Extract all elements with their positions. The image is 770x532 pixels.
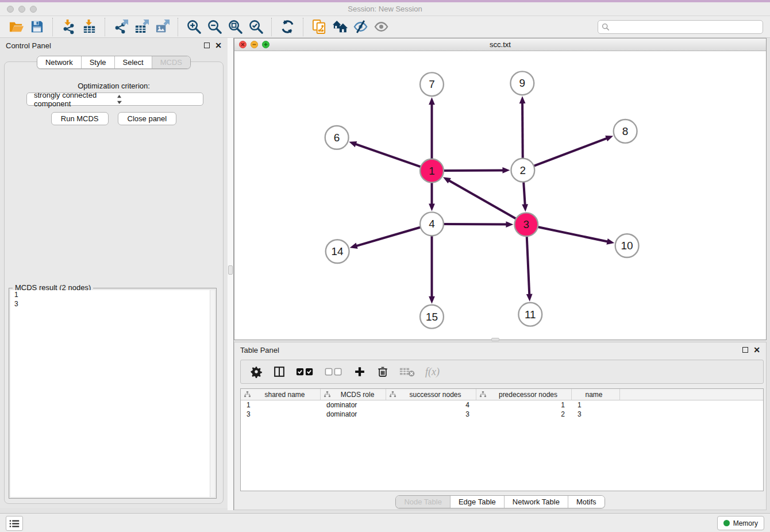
export-table-button[interactable]	[131, 17, 152, 37]
graph-edge-4-15[interactable]	[429, 236, 435, 304]
graph-edge-3-11[interactable]	[526, 236, 533, 302]
graph-node-6[interactable]: 6	[325, 126, 349, 149]
float-panel-icon[interactable]	[204, 43, 210, 48]
graph-edge-2-8[interactable]	[534, 136, 613, 166]
table-cell[interactable]: 4	[386, 401, 476, 409]
clone-network-button[interactable]	[309, 17, 329, 37]
criterion-select[interactable]: strongly connected component	[26, 92, 203, 106]
tab-select[interactable]: Select	[115, 56, 152, 68]
delete-table-button[interactable]	[399, 366, 415, 377]
add-row-button[interactable]	[353, 365, 366, 378]
graph-edge-1-4[interactable]	[429, 183, 435, 211]
table-cell[interactable]: 3	[572, 410, 620, 418]
tab-mcds[interactable]: MCDS	[152, 56, 190, 68]
function-builder-button[interactable]: f(x)	[425, 366, 440, 378]
zoom-fit-button[interactable]	[225, 17, 245, 37]
task-history-button[interactable]	[6, 516, 23, 531]
table-cell[interactable]: 1	[241, 401, 321, 409]
table-cell[interactable]: 3	[241, 410, 321, 418]
graph-node-label: 14	[332, 245, 344, 257]
close-panel-button[interactable]: Close panel	[118, 112, 177, 125]
graph-node-7[interactable]: 7	[420, 72, 444, 96]
tab-network[interactable]: Network	[37, 56, 82, 68]
delete-row-button[interactable]	[376, 365, 389, 378]
tab-motifs[interactable]: Motifs	[568, 496, 605, 508]
graph-node-9[interactable]: 9	[510, 71, 534, 95]
zoom-fit-icon	[228, 19, 243, 34]
import-network-button[interactable]	[58, 17, 79, 37]
hide-graphics-button[interactable]	[350, 17, 371, 37]
home-layout-button[interactable]	[329, 17, 350, 37]
graph-node-label: 9	[519, 77, 526, 89]
memory-button[interactable]: Memory	[717, 516, 764, 530]
result-scrollbar[interactable]	[210, 290, 215, 497]
table-settings-button[interactable]	[250, 365, 263, 378]
network-frame-titlebar[interactable]: scc.txt	[234, 38, 766, 51]
vertical-splitter-grip[interactable]	[228, 265, 233, 275]
refresh-button[interactable]	[277, 17, 298, 37]
network-graph-svg[interactable]: 1234678910111415	[234, 51, 766, 340]
tab-node-table[interactable]: Node Table	[396, 496, 451, 508]
table-cell[interactable]: 1	[476, 401, 572, 409]
graph-node-4[interactable]: 4	[420, 212, 444, 236]
frame-minimize-icon[interactable]	[251, 41, 258, 48]
table-row[interactable]: 1dominator411	[241, 400, 763, 410]
graph-edge-4-14[interactable]	[350, 228, 421, 249]
graph-node-2[interactable]: 2	[511, 159, 534, 182]
export-network-button[interactable]	[110, 17, 131, 37]
frame-maximize-icon[interactable]	[262, 41, 270, 48]
graph-node-8[interactable]: 8	[614, 119, 637, 143]
table-cell[interactable]: 3	[386, 410, 476, 418]
save-session-button[interactable]	[26, 17, 47, 37]
split-panel-button[interactable]	[273, 365, 286, 378]
run-mcds-button[interactable]: Run MCDS	[51, 112, 109, 125]
toolbar-separator	[303, 18, 303, 36]
float-table-panel-icon[interactable]	[742, 347, 748, 353]
table-row[interactable]: 3dominator323	[241, 410, 763, 419]
column-header-successor-nodes[interactable]: successor nodes	[386, 389, 476, 400]
deselect-all-button[interactable]	[325, 366, 343, 378]
close-table-panel-icon[interactable]: ✕	[753, 347, 760, 353]
tab-network-table[interactable]: Network Table	[505, 496, 568, 508]
graph-node-10[interactable]: 10	[615, 234, 639, 257]
show-graphics-button[interactable]	[371, 17, 391, 37]
graph-node-15[interactable]: 15	[420, 305, 444, 329]
vertical-splitter[interactable]	[228, 38, 234, 510]
graph-node-14[interactable]: 14	[326, 240, 349, 263]
table-cell[interactable]: dominator	[321, 410, 386, 418]
horizontal-splitter-grip[interactable]	[491, 338, 499, 341]
graph-edge-1-7[interactable]	[429, 97, 435, 159]
open-file-button[interactable]	[6, 17, 26, 37]
select-all-button[interactable]	[296, 366, 314, 378]
column-header-predecessor-nodes[interactable]: predecessor nodes	[476, 389, 572, 400]
close-panel-icon[interactable]: ✕	[215, 43, 222, 48]
tab-style[interactable]: Style	[82, 56, 115, 68]
search-input[interactable]	[612, 23, 759, 31]
table-cell[interactable]: dominator	[321, 401, 386, 409]
column-header-MCDS-role[interactable]: MCDS role	[321, 389, 386, 400]
mcds-result-list[interactable]: 13	[10, 290, 215, 497]
graph-edge-3-1[interactable]	[443, 177, 516, 218]
graph-edge-1-6[interactable]	[349, 141, 421, 167]
graph-edge-2-9[interactable]	[519, 96, 526, 159]
table-cell[interactable]: 1	[572, 401, 620, 409]
graph-edge-1-2[interactable]	[444, 167, 510, 174]
graph-node-3[interactable]: 3	[514, 213, 538, 236]
graph-edge-3-10[interactable]	[538, 227, 614, 245]
zoom-selected-button[interactable]	[245, 17, 266, 37]
zoom-in-button[interactable]	[183, 17, 204, 37]
export-image-button[interactable]	[152, 17, 172, 37]
import-table-button[interactable]	[79, 17, 99, 37]
graph-edge-2-3[interactable]	[522, 182, 528, 212]
graph-edge-4-3[interactable]	[444, 221, 514, 228]
network-canvas[interactable]: 1234678910111415	[234, 51, 766, 340]
zoom-out-button[interactable]	[204, 17, 225, 37]
hierarchy-icon	[390, 391, 396, 398]
tab-edge-table[interactable]: Edge Table	[451, 496, 505, 508]
table-cell[interactable]: 2	[476, 410, 572, 418]
column-header-shared-name[interactable]: shared name	[241, 389, 321, 400]
frame-close-icon[interactable]	[239, 41, 247, 48]
graph-node-11[interactable]: 11	[518, 303, 542, 326]
graph-node-1[interactable]: 1	[420, 159, 444, 183]
column-header-name[interactable]: name	[572, 389, 620, 400]
